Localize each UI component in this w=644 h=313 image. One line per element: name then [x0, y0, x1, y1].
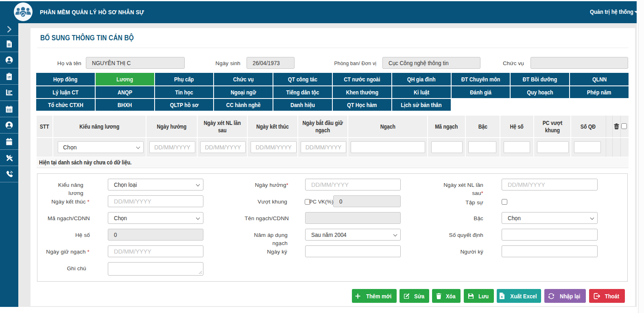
svg-text:x: x	[501, 295, 503, 299]
